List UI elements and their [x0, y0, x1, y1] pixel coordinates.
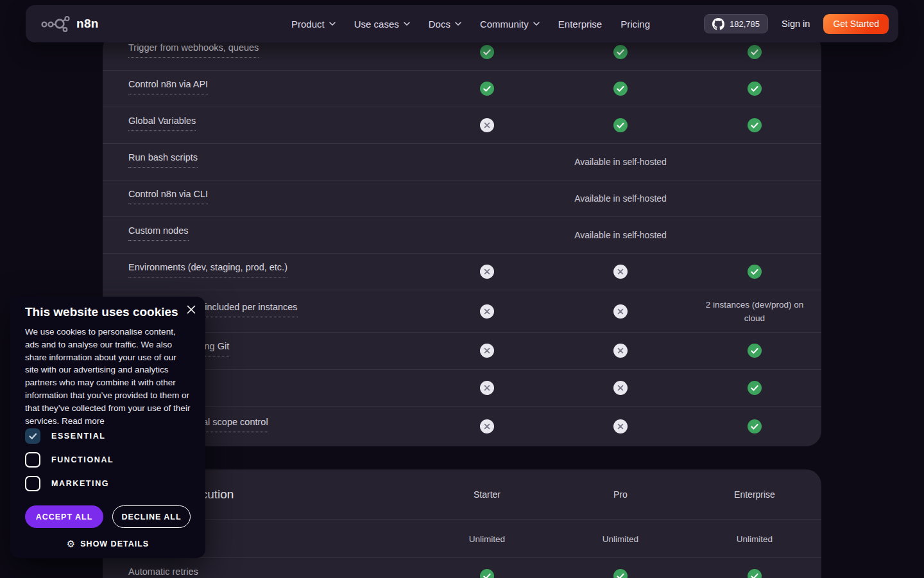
check-cell [480, 569, 494, 578]
check-icon [613, 569, 628, 578]
text-cell: Unlimited [566, 532, 675, 545]
cross-icon [613, 381, 628, 395]
text-cell: Unlimited [700, 532, 809, 545]
plan-column-header-enterprise: Enterprise [734, 489, 775, 500]
chevron-down-icon [455, 22, 461, 26]
nav-link-label: Product [291, 19, 325, 30]
table-row: # of environments included per instances… [103, 290, 821, 332]
check-cell [748, 45, 762, 59]
check-cell [613, 118, 628, 132]
table-row: Environments (dev, staging, prod, etc.) [103, 253, 821, 290]
check-icon [748, 381, 762, 395]
plan-column-header-starter: Starter [474, 489, 501, 500]
cookie-option-label: ESSENTIAL [51, 432, 106, 441]
availability-note: Available in self-hosted [574, 157, 667, 167]
check-cell [748, 82, 762, 96]
feature-label[interactable]: Environments (dev, staging, prod, etc.) [128, 262, 287, 277]
github-stars-badge[interactable]: 182,785 [704, 14, 768, 33]
cookie-consent-dialog: This website uses cookies We use cookies… [10, 297, 205, 558]
check-icon [613, 118, 628, 132]
cross-cell [480, 265, 494, 279]
nav-link-use-cases[interactable]: Use cases [354, 19, 410, 30]
show-details-button[interactable]: ⚙ SHOW DETAILS [10, 538, 205, 550]
cross-cell [613, 419, 628, 434]
cookie-option-essential[interactable]: ESSENTIAL [25, 428, 114, 444]
table-row: Control n8n via API [103, 70, 821, 107]
nav-link-pricing[interactable]: Pricing [620, 19, 650, 30]
nav-link-product[interactable]: Product [291, 19, 336, 30]
checkbox-checked[interactable] [25, 428, 40, 444]
cross-cell [480, 419, 494, 434]
table-row: Version control using Git [103, 332, 821, 369]
plan-column-header-pro: Pro [613, 489, 628, 500]
nav-link-label: Community [480, 19, 529, 30]
cross-icon [480, 118, 494, 132]
cookie-option-label: MARKETING [51, 479, 109, 488]
check-cell [748, 569, 762, 578]
check-cell [480, 45, 494, 59]
feature-label[interactable]: Automatic retries [128, 566, 198, 578]
plans-table-card: Workflow execution StarterProEnterprise … [103, 469, 821, 578]
check-cell [613, 45, 628, 59]
close-icon[interactable] [186, 304, 196, 315]
page: Trigger from webhooks, queuesControl n8n… [0, 0, 924, 578]
feature-label[interactable]: Control n8n via CLI [128, 189, 208, 204]
cookie-buttons: ACCEPT ALL DECLINE ALL [25, 505, 191, 528]
check-icon [748, 265, 762, 279]
read-more-link[interactable]: Read more [62, 416, 105, 426]
cross-cell [613, 381, 628, 395]
availability-note: Available in self-hosted [574, 193, 667, 204]
feature-label[interactable]: Run bash scripts [128, 152, 198, 168]
check-icon [748, 569, 762, 578]
navbar: n8n ProductUse casesDocsCommunityEnterpr… [26, 5, 898, 42]
check-cell [748, 419, 762, 434]
cookie-option-marketing[interactable]: MARKETING [25, 476, 114, 491]
nav-right-group: 182,785 Sign in Get Started [704, 14, 889, 34]
chevron-down-icon [404, 22, 410, 26]
check-icon [480, 45, 494, 59]
nav-link-label: Use cases [354, 19, 399, 30]
cross-icon [480, 344, 494, 358]
cell-value: Unlimited [566, 532, 675, 545]
table-row: Control n8n via CLIAvailable in self-hos… [103, 180, 821, 216]
nav-link-enterprise[interactable]: Enterprise [558, 19, 602, 30]
text-cell: Unlimited [432, 532, 542, 545]
check-cell [748, 118, 762, 132]
cross-icon [613, 304, 628, 319]
feature-label[interactable]: Global Variables [128, 116, 196, 131]
nav-link-community[interactable]: Community [480, 19, 540, 30]
cookie-dialog-body: We use cookies to personalise content, a… [25, 326, 192, 427]
check-cell [613, 82, 628, 96]
table-row: Global Variables [103, 107, 821, 143]
check-icon [748, 419, 762, 434]
accept-all-button[interactable]: ACCEPT ALL [25, 505, 103, 528]
cross-icon [613, 265, 628, 279]
availability-note: Available in self-hosted [574, 230, 667, 240]
plans-table-header: Workflow execution StarterProEnterprise [103, 469, 821, 519]
brand-logo[interactable]: n8n [41, 15, 99, 32]
table-row [103, 369, 821, 407]
checkbox-unchecked[interactable] [25, 452, 40, 468]
feature-label[interactable]: Custom nodes [128, 225, 189, 241]
table-row: Automatic retries [103, 557, 821, 578]
check-icon [748, 82, 762, 96]
n8n-logo-icon [41, 15, 71, 32]
feature-label[interactable]: Trigger from webhooks, queues [128, 42, 259, 58]
text-cell: 2 instances (dev/prod) on cloud [700, 298, 809, 325]
nav-link-docs[interactable]: Docs [429, 19, 461, 30]
cross-cell [613, 344, 628, 358]
get-started-button[interactable]: Get Started [823, 14, 889, 34]
cross-cell [613, 304, 628, 319]
chevron-down-icon [533, 22, 540, 26]
brand-name: n8n [76, 17, 99, 31]
check-icon [613, 45, 628, 59]
sign-in-link[interactable]: Sign in [782, 19, 810, 29]
checkbox-unchecked[interactable] [25, 476, 40, 491]
feature-label[interactable]: Control n8n via API [128, 79, 208, 94]
check-cell [613, 569, 628, 578]
decline-all-button[interactable]: DECLINE ALL [112, 505, 191, 528]
check-cell [748, 265, 762, 279]
cell-value: Unlimited [700, 532, 809, 545]
cookie-option-functional[interactable]: FUNCTIONAL [25, 452, 114, 468]
check-icon [480, 569, 494, 578]
